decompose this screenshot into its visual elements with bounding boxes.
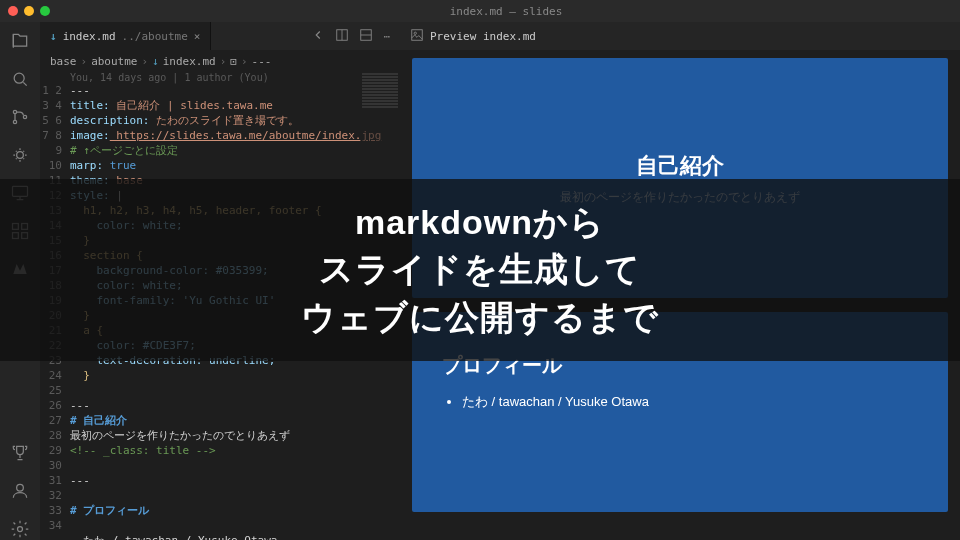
- marp-icon[interactable]: [9, 258, 31, 280]
- svg-rect-5: [13, 186, 28, 196]
- gear-icon[interactable]: [9, 518, 31, 540]
- activity-bar: [0, 22, 40, 540]
- svg-rect-9: [22, 233, 28, 239]
- preview-tab[interactable]: Preview index.md: [400, 22, 960, 50]
- slide-1-title: 自己紹介: [636, 151, 724, 181]
- window-controls: [8, 6, 50, 16]
- go-back-icon[interactable]: [311, 28, 325, 45]
- remote-icon[interactable]: [9, 182, 31, 204]
- minimap[interactable]: [360, 72, 400, 472]
- svg-rect-8: [13, 233, 19, 239]
- preview-tab-label: Preview index.md: [430, 30, 536, 43]
- extensions-icon[interactable]: [9, 220, 31, 242]
- editor-toolbar: ⋯: [301, 22, 400, 50]
- editor-pane: ↓ index.md ../aboutme × ⋯ base› aboutme›: [40, 22, 400, 540]
- account-icon[interactable]: [9, 480, 31, 502]
- code-editor[interactable]: 1 2 3 4 5 6 7 8 9 10 11 12 13 14 15 16 1…: [40, 83, 400, 540]
- close-window-button[interactable]: [8, 6, 18, 16]
- search-icon[interactable]: [9, 68, 31, 90]
- editor-tabs: ↓ index.md ../aboutme × ⋯: [40, 22, 400, 50]
- window-titlebar: index.md — slides: [0, 0, 960, 22]
- slide-1: 自己紹介 最初のページを作りたかったのでとりあえず: [412, 58, 948, 298]
- debug-icon[interactable]: [9, 144, 31, 166]
- tab-index-md[interactable]: ↓ index.md ../aboutme ×: [40, 22, 211, 50]
- tab-path: ../aboutme: [122, 30, 188, 43]
- svg-rect-6: [13, 224, 19, 230]
- svg-rect-7: [22, 224, 28, 230]
- close-icon[interactable]: ×: [194, 30, 201, 43]
- svg-point-1: [13, 110, 16, 113]
- slide-1-subtitle: 最初のページを作りたかったのでとりあえず: [560, 189, 800, 206]
- window-title: index.md — slides: [60, 5, 952, 18]
- maximize-window-button[interactable]: [40, 6, 50, 16]
- split-editor-icon[interactable]: [359, 28, 373, 45]
- code-content[interactable]: --- title: 自己紹介 | slides.tawa.me descrip…: [70, 83, 400, 540]
- source-control-icon[interactable]: [9, 106, 31, 128]
- slide-2: プロフィール たわ / tawachan / Yusuke Otawa: [412, 312, 948, 512]
- svg-point-0: [14, 73, 24, 83]
- tab-label: index.md: [63, 30, 116, 43]
- git-blame: You, 14 days ago | 1 author (You): [40, 72, 400, 83]
- svg-point-11: [18, 527, 23, 532]
- markdown-icon: ↓: [50, 30, 57, 43]
- explorer-icon[interactable]: [9, 30, 31, 52]
- list-item: たわ / tawachan / Yusuke Otawa: [462, 393, 918, 411]
- preview-icon: [410, 28, 424, 45]
- preview-body[interactable]: 自己紹介 最初のページを作りたかったのでとりあえず プロフィール たわ / ta…: [400, 50, 960, 540]
- svg-point-15: [414, 32, 416, 34]
- open-preview-icon[interactable]: [335, 28, 349, 45]
- minimize-window-button[interactable]: [24, 6, 34, 16]
- breadcrumb[interactable]: base› aboutme› ↓ index.md› ⊡› ---: [40, 50, 400, 72]
- more-icon[interactable]: ⋯: [383, 30, 390, 43]
- svg-rect-14: [412, 29, 423, 40]
- line-gutter: 1 2 3 4 5 6 7 8 9 10 11 12 13 14 15 16 1…: [40, 83, 70, 540]
- trophy-icon[interactable]: [9, 442, 31, 464]
- markdown-icon: ↓: [152, 55, 159, 68]
- preview-pane: Preview index.md 自己紹介 最初のページを作りたかったのでとりあ…: [400, 22, 960, 540]
- slide-2-title: プロフィール: [442, 352, 918, 379]
- svg-point-4: [17, 152, 24, 159]
- svg-point-2: [13, 120, 16, 123]
- svg-point-3: [23, 115, 26, 118]
- svg-point-10: [17, 484, 24, 491]
